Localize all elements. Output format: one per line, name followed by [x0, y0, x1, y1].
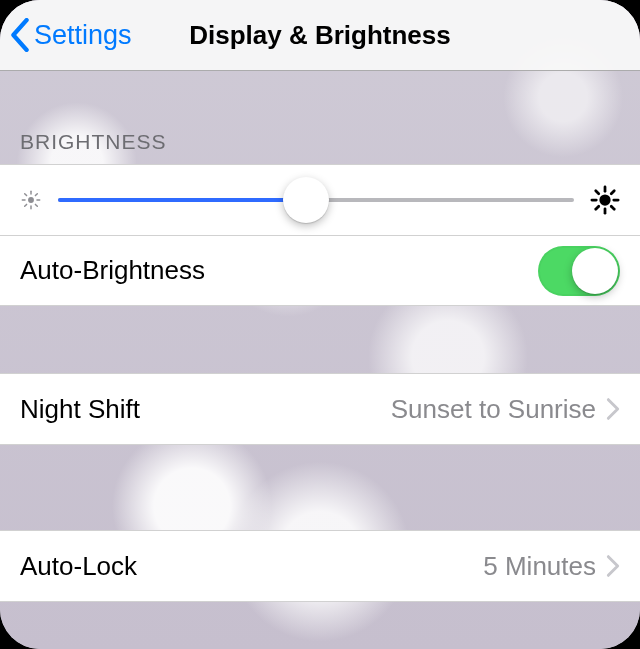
auto-brightness-row: Auto-Brightness [0, 235, 640, 306]
night-shift-detail: Sunset to Sunrise [140, 394, 596, 425]
svg-line-15 [611, 206, 614, 209]
chevron-left-icon [10, 18, 30, 52]
svg-line-17 [611, 191, 614, 194]
brightness-low-icon [20, 189, 42, 211]
brightness-section-header: Brightness [0, 71, 640, 164]
auto-lock-detail: 5 Minutes [137, 551, 596, 582]
svg-line-6 [35, 204, 37, 206]
svg-line-14 [596, 191, 599, 194]
chevron-right-icon [606, 397, 620, 421]
night-shift-row[interactable]: Night Shift Sunset to Sunrise [0, 373, 640, 445]
night-shift-label: Night Shift [20, 394, 140, 425]
brightness-high-icon [590, 185, 620, 215]
brightness-slider-row [0, 164, 640, 236]
auto-lock-label: Auto-Lock [20, 551, 137, 582]
slider-thumb[interactable] [283, 177, 329, 223]
navigation-bar: Settings Display & Brightness [0, 0, 640, 71]
svg-point-0 [28, 197, 34, 203]
auto-brightness-toggle[interactable] [538, 246, 620, 296]
auto-brightness-label: Auto-Brightness [20, 255, 205, 286]
svg-line-16 [596, 206, 599, 209]
back-label: Settings [34, 20, 132, 51]
chevron-right-icon [606, 554, 620, 578]
back-button[interactable]: Settings [10, 18, 132, 52]
auto-lock-row[interactable]: Auto-Lock 5 Minutes [0, 530, 640, 602]
svg-line-8 [35, 194, 37, 196]
svg-line-7 [25, 204, 27, 206]
brightness-slider[interactable] [58, 198, 574, 202]
svg-line-5 [25, 194, 27, 196]
svg-point-9 [599, 194, 610, 205]
